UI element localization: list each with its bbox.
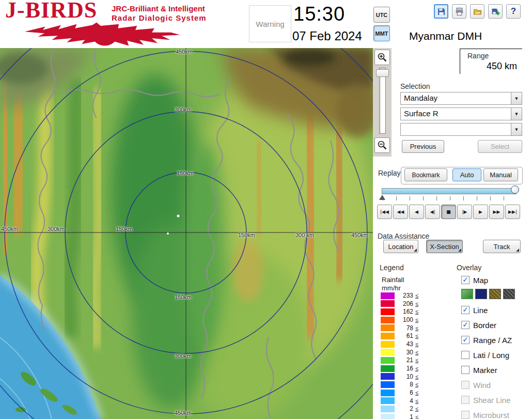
previous-button[interactable]: Previous <box>402 140 444 153</box>
mmt-toggle-button[interactable]: MMT <box>373 25 390 41</box>
print-button[interactable] <box>452 4 466 19</box>
zoom-slider-thumb[interactable] <box>376 69 389 77</box>
marker-checkbox[interactable] <box>461 366 470 374</box>
track-button[interactable]: Track <box>483 240 521 253</box>
legend-threshold-link[interactable]: ≤ <box>415 308 418 315</box>
play-button[interactable]: ▶ <box>473 205 488 219</box>
location-button[interactable]: Location <box>383 240 418 253</box>
legend-threshold-link[interactable]: ≤ <box>415 325 418 331</box>
radar-map[interactable]: 450km 300km 150km 450km 300km 150km 150k… <box>0 48 373 419</box>
export-image-button[interactable] <box>488 4 503 19</box>
replay-timeline-track[interactable] <box>382 188 517 194</box>
replay-timeline-handle[interactable] <box>511 185 519 194</box>
chevron-down-icon[interactable]: ▼ <box>511 123 522 135</box>
legend-threshold-link[interactable]: ≤ <box>415 390 418 396</box>
legend-threshold-link[interactable]: ≤ <box>415 349 418 355</box>
map-style-terrain-button[interactable] <box>461 289 473 299</box>
legend-color-swatch <box>381 292 395 299</box>
bookmark-button[interactable]: Bookmark <box>404 168 447 181</box>
zoom-in-button[interactable] <box>374 50 390 65</box>
stop-button[interactable]: ■ <box>441 205 456 219</box>
legend-color-swatch <box>381 373 395 380</box>
header: J-BIRDS JRC-Brilliant & Intelligent Rada… <box>0 0 532 48</box>
range-az-checkbox[interactable]: ✓ <box>461 336 470 344</box>
legend-threshold-link[interactable]: ≤ <box>415 333 418 339</box>
jump-end-button[interactable]: ▶▶| <box>505 205 520 219</box>
legend-row: 233≤ <box>381 292 418 299</box>
overlay-row-border[interactable]: ✓ Border <box>461 320 496 330</box>
overlay-row-range-az[interactable]: ✓ Range / AZ <box>461 335 512 345</box>
border-checkbox[interactable]: ✓ <box>461 321 470 329</box>
legend-color-swatch <box>381 397 395 404</box>
legend-row: 16≤ <box>381 365 418 372</box>
manual-button[interactable]: Manual <box>483 168 518 181</box>
zoom-out-button[interactable] <box>374 137 390 153</box>
legend-value: 78 <box>397 324 413 332</box>
open-folder-icon <box>473 7 482 16</box>
legend-threshold-link[interactable]: ≤ <box>415 406 418 412</box>
range-label: Range <box>467 52 489 60</box>
help-button[interactable]: ? <box>506 4 521 19</box>
save-button[interactable] <box>434 4 448 19</box>
station-title: Myanmar DMH <box>409 30 482 42</box>
timeline-position-marker[interactable] <box>379 195 385 200</box>
range-ring-label: 450km <box>1 226 18 232</box>
data-assistance-label: Data Assistance <box>378 232 429 240</box>
chevron-down-icon[interactable]: ▼ <box>511 108 522 120</box>
lati-long-checkbox[interactable] <box>461 351 470 359</box>
legend-threshold-link[interactable]: ≤ <box>415 317 418 323</box>
content: 450km 300km 150km 450km 300km 150km 150k… <box>0 48 532 419</box>
line-checkbox[interactable]: ✓ <box>461 306 470 314</box>
site-dropdown[interactable]: Mandalay ▼ <box>400 92 522 105</box>
overlay-row-line[interactable]: ✓ Line <box>461 305 488 315</box>
legend-threshold-link[interactable]: ≤ <box>415 365 418 371</box>
legend-row: 10≤ <box>381 373 418 380</box>
legend-threshold-link[interactable]: ≤ <box>415 398 418 404</box>
legend-threshold-link[interactable]: ≤ <box>415 301 418 307</box>
legend-threshold-link[interactable]: ≤ <box>415 292 418 299</box>
overlay-label: Overlay <box>457 263 481 272</box>
app-logo-subtitle-2: Radar Dialogic System <box>112 13 207 22</box>
legend-threshold-link[interactable]: ≤ <box>415 341 418 347</box>
range-ring-label: 450km <box>175 410 192 416</box>
range-ring-label: 300km <box>48 226 65 232</box>
step-back-button[interactable]: ◀| <box>425 205 440 219</box>
legend-threshold-link[interactable]: ≤ <box>415 414 418 419</box>
map-style-gray-button[interactable] <box>503 289 515 299</box>
legend-row: 162≤ <box>381 308 418 315</box>
extra-dropdown[interactable]: ▼ <box>400 123 522 136</box>
legend-threshold-link[interactable]: ≤ <box>415 374 418 380</box>
range-box: Range 450 km <box>460 49 522 74</box>
legend-color-swatch <box>381 333 395 339</box>
legend-value: 100 <box>397 316 413 323</box>
overlay-row-map[interactable]: ✓ Map <box>461 275 488 285</box>
legend-threshold-link[interactable]: ≤ <box>415 381 418 387</box>
overlay-row-marker[interactable]: Marker <box>461 365 497 375</box>
legend-row: 206≤ <box>381 300 418 307</box>
fast-rewind-button[interactable]: ◀◀ <box>393 205 408 219</box>
step-forward-button[interactable]: |▶ <box>457 205 472 219</box>
map-style-navy-button[interactable] <box>475 289 487 299</box>
legend-color-swatch <box>381 349 395 355</box>
jump-start-button[interactable]: |◀◀ <box>377 205 392 219</box>
overlay-row-lati-long[interactable]: Lati / Long <box>461 350 509 360</box>
open-file-button[interactable] <box>470 4 484 19</box>
fast-forward-button[interactable]: ▶▶ <box>489 205 504 219</box>
map-style-olive-button[interactable] <box>489 289 501 299</box>
zoom-slider-track[interactable] <box>379 68 386 134</box>
legend-value: 162 <box>397 308 413 315</box>
legend-row: 6≤ <box>381 389 418 396</box>
site-dropdown-value: Mandalay <box>401 92 511 104</box>
select-button[interactable]: Select <box>478 140 522 153</box>
app-logo-subtitle-1: JRC-Brilliant & Intelligent <box>112 4 205 13</box>
export-image-icon <box>491 7 500 16</box>
utc-toggle-button[interactable]: UTC <box>373 7 390 23</box>
map-checkbox[interactable]: ✓ <box>461 276 470 284</box>
xsection-button[interactable]: X-Section <box>426 240 463 253</box>
play-reverse-button[interactable]: ◀ <box>409 205 424 219</box>
legend-threshold-link[interactable]: ≤ <box>415 357 418 363</box>
range-ring-label: 450km <box>176 49 193 55</box>
chevron-down-icon[interactable]: ▼ <box>511 92 522 104</box>
auto-button[interactable]: Auto <box>452 168 481 181</box>
product-dropdown[interactable]: Surface R ▼ <box>400 107 522 120</box>
